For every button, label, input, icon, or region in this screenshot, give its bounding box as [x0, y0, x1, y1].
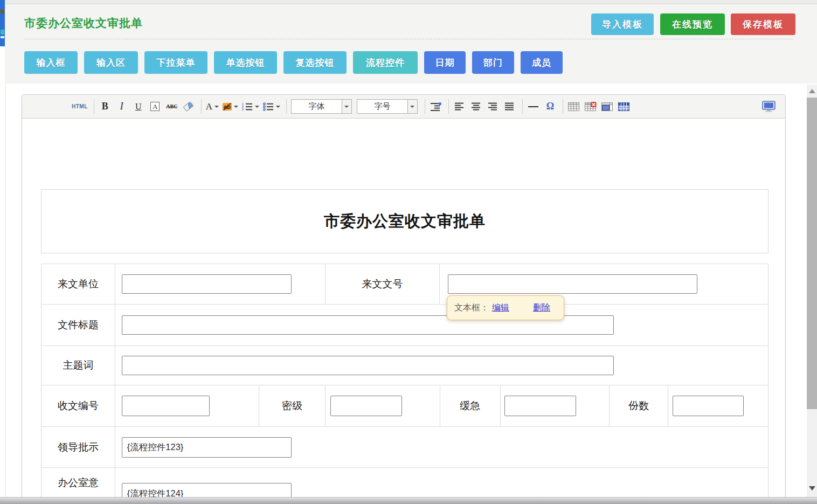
secrecy-level-input[interactable] [330, 396, 402, 416]
unordered-list-dropdown[interactable] [263, 99, 280, 114]
edit-widget-link[interactable]: 编辑 [492, 302, 509, 314]
delete-table-icon [585, 102, 597, 111]
doc-number-input[interactable] [448, 274, 697, 294]
ordered-list-dropdown[interactable]: 1 2 3 [242, 99, 259, 114]
widget-button-dropdown[interactable]: 下拉菜单 [144, 51, 207, 74]
copies-input[interactable] [673, 396, 744, 416]
font-size-select[interactable]: 字号 [357, 99, 418, 114]
boxed-text-button[interactable]: A [149, 99, 162, 114]
align-center-button[interactable] [470, 99, 483, 114]
vertical-scrollbar[interactable] [807, 85, 817, 497]
horizontal-rule-button[interactable] [527, 99, 540, 114]
fullscreen-button[interactable] [762, 99, 776, 114]
leader-comments-flow-field[interactable]: {流程控件123} [122, 437, 292, 458]
field-cell [115, 305, 768, 346]
toolbar-separator [201, 99, 202, 114]
window-bottom-edge [0, 497, 817, 504]
receipt-number-input[interactable] [122, 396, 210, 416]
field-label-urgency: 缓急 [440, 385, 501, 426]
save-template-button[interactable]: 保存模板 [731, 13, 795, 35]
widget-button-textarea[interactable]: 输入区 [84, 51, 138, 74]
text-color-icon: A [206, 101, 212, 112]
import-template-button[interactable]: 导入模板 [591, 13, 654, 35]
toolbar-separator [425, 99, 425, 114]
delete-widget-link[interactable]: 删除 [533, 302, 550, 314]
html-source-icon: HTML [72, 103, 88, 109]
field-cell [115, 264, 326, 304]
omega-icon: Ω [546, 101, 554, 112]
italic-button[interactable]: I [115, 99, 128, 114]
special-char-button[interactable]: Ω [544, 99, 557, 114]
align-left-button[interactable] [453, 99, 466, 114]
strikethrough-button[interactable]: ABC [165, 99, 178, 114]
field-cell: {流程控件123} [115, 427, 768, 467]
form-template-designer-window: 市委办公室收文审批单 导入模板 在线预览 保存模板 输入框 输入区 下拉菜单 单… [0, 0, 817, 504]
insert-table-icon [568, 102, 579, 111]
header-panel: 市委办公室收文审批单 导入模板 在线预览 保存模板 输入框 输入区 下拉菜单 单… [5, 5, 817, 84]
insert-table-button[interactable] [567, 99, 580, 114]
background-window-edge [0, 0, 5, 46]
align-right-button[interactable] [487, 99, 500, 114]
select-caret-button [407, 100, 417, 113]
subject-words-input[interactable] [122, 356, 614, 375]
align-justify-icon [505, 102, 514, 111]
window-top-edge [0, 0, 817, 4]
remove-format-button[interactable] [182, 99, 195, 114]
window-left-border [5, 84, 6, 497]
field-cell [501, 385, 610, 426]
highlight-color-dropdown[interactable]: ab [223, 99, 238, 114]
table-props-icon [618, 102, 629, 111]
arrow-down-icon [809, 486, 815, 491]
widget-button-checkbox[interactable]: 复选按钮 [283, 51, 347, 74]
table-props-button[interactable] [618, 99, 631, 114]
field-cell [326, 385, 440, 426]
fullscreen-monitor-icon [762, 101, 776, 112]
indent-button[interactable] [430, 99, 442, 114]
source-unit-input[interactable] [122, 274, 292, 294]
italic-icon: I [120, 101, 123, 112]
editor-document[interactable]: 市委办公室收文审批单 来文单位 来文文号 文件标题 [22, 119, 785, 504]
scroll-up-button[interactable] [807, 86, 817, 96]
widget-button-date[interactable]: 日期 [424, 51, 466, 74]
field-label-source-unit: 来文单位 [41, 264, 115, 304]
online-preview-button[interactable]: 在线预览 [660, 13, 725, 35]
html-source-button[interactable]: HTML [72, 99, 88, 114]
field-label-secrecy: 密级 [259, 385, 326, 426]
widget-button-radio[interactable]: 单选按钮 [214, 51, 277, 74]
table-row: 文件标题 [41, 305, 768, 346]
bold-icon: B [102, 101, 108, 112]
boxed-text-icon: A [150, 102, 160, 111]
font-size-label: 字号 [357, 100, 407, 113]
scrollbar-thumb[interactable] [807, 98, 817, 409]
widget-button-input-box[interactable]: 输入框 [24, 51, 78, 74]
field-cell [115, 346, 768, 385]
field-cell [668, 385, 768, 426]
dashed-divider [24, 39, 793, 39]
toolbar-separator [522, 99, 523, 114]
arrow-up-icon [809, 89, 815, 93]
field-label-doc-number: 来文文号 [326, 264, 440, 304]
underline-button[interactable]: U [132, 99, 145, 114]
table-cell-props-icon [601, 102, 613, 111]
select-caret-button [342, 100, 351, 113]
bold-button[interactable]: B [99, 99, 112, 114]
table-row: 来文单位 来文文号 [41, 264, 768, 305]
strikethrough-icon: ABC [166, 103, 177, 109]
align-right-icon [488, 102, 497, 111]
font-family-select[interactable]: 字体 [291, 99, 352, 114]
document-title: 市委办公室收文审批单 [324, 211, 486, 232]
widget-button-member[interactable]: 成员 [521, 51, 563, 74]
table-cell-props-button[interactable] [601, 99, 614, 114]
document-title-cell: 市委办公室收文审批单 [41, 189, 768, 253]
widget-button-flow-control[interactable]: 流程控件 [353, 51, 418, 74]
scroll-down-button[interactable] [807, 483, 817, 494]
align-justify-button[interactable] [503, 99, 516, 114]
widget-button-department[interactable]: 部门 [472, 51, 514, 74]
chevron-down-icon [276, 106, 280, 108]
svg-text:3: 3 [242, 108, 244, 111]
urgency-input[interactable] [504, 396, 576, 416]
edge-icon-fragment [1, 36, 4, 38]
text-color-dropdown[interactable]: A [206, 99, 219, 114]
widget-edit-tooltip: 文本框： 编辑 删除 [447, 295, 564, 320]
delete-table-button[interactable] [584, 99, 597, 114]
